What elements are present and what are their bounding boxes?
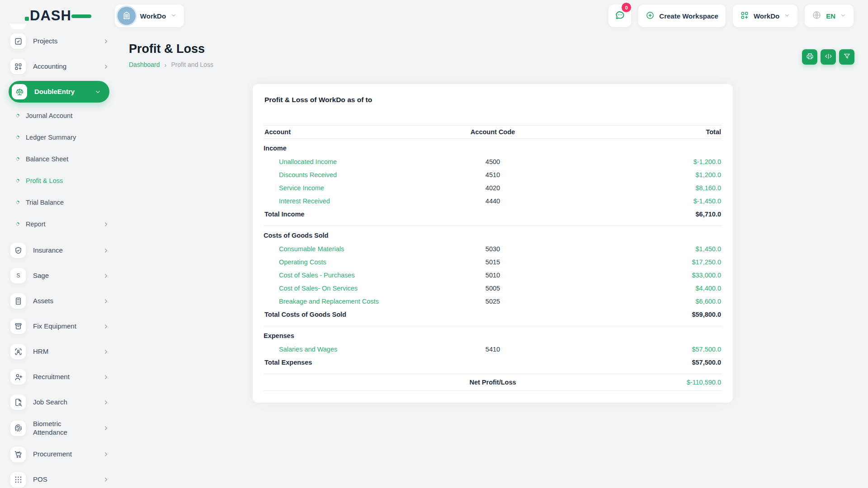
sidebar-item-pos[interactable]: POS [9,472,111,488]
report-table: Account Account Code Total IncomeUnalloc… [264,125,722,391]
account-link[interactable]: Salaries and Wages [264,346,337,353]
chevron-right-icon [103,348,109,355]
chevron-right-icon [103,451,109,458]
sidebar-item-label: Fix Equipment [33,322,76,331]
section-title: Costs of Goods Sold [264,229,722,242]
bullet-icon [15,200,20,205]
account-link[interactable]: Interest Received [264,197,330,205]
logo-bar [71,14,91,18]
sidebar-item-recruitment[interactable]: Recruitment [9,369,111,385]
account-code: 4440 [434,197,552,205]
sidebar-item-sage[interactable]: SSage [9,268,111,283]
sidebar-item-projects[interactable]: Projects [9,33,111,49]
sidebar-item-label: Recruitment [33,373,70,381]
sidebar-subitem-label: Trial Balance [26,199,64,206]
section-title: Income [264,141,722,155]
sidebar-subitem-trial-balance[interactable]: Trial Balance [9,198,111,207]
sidebar-item-insurance[interactable]: Insurance [9,243,111,258]
sidebar-item-assets[interactable]: Assets [9,293,111,309]
user-plus-icon [10,369,26,385]
calculator-icon [10,293,26,309]
section-total-row: Total Income$6,710.0 [264,207,722,221]
account-code: 5005 [434,285,552,292]
account-code: 5025 [434,298,552,305]
chevron-right-icon [103,272,109,279]
breadcrumb-current: Profit and Loss [171,61,213,68]
sidebar-item-label: Insurance [33,246,63,255]
sidebar-subitem-report[interactable]: Report [9,220,111,229]
grid-plus-icon [10,59,26,74]
account-link[interactable]: Breakage and Replacement Costs [264,298,379,305]
account-total: $57,500.0 [552,346,722,353]
account-link[interactable]: Discounts Received [264,171,337,178]
chevron-right-icon [103,63,109,70]
section-divider [264,326,722,326]
sidebar-submenu-double-entry: Journal AccountLedger SummaryBalance She… [9,109,118,243]
account-row: Consumable Materials5030$1,450.0 [264,242,722,255]
checkbox-icon [10,33,26,49]
account-row: Cost of Sales - Purchases5010$33,000.0 [264,268,722,282]
account-link[interactable]: Cost of Sales- On Services [264,285,358,292]
breadcrumb-dashboard-link[interactable]: Dashboard [129,61,160,68]
sidebar-item-job-search[interactable]: Job Search [9,394,111,410]
report-heading: Profit & Loss of WorkDo as of to [264,96,722,104]
account-code: 5410 [434,346,552,353]
sidebar-subitem-balance-sheet[interactable]: Balance Sheet [9,155,111,164]
sidebar-item-biometric-attendance[interactable]: Biometric Attendance [9,420,111,437]
sidebar-item-hrm[interactable]: HRM [9,344,111,359]
account-link[interactable]: Service Income [264,184,324,192]
shield-check-icon [10,243,26,258]
code-split-icon [825,52,832,61]
logo-text: DASH [30,8,71,23]
messages-button[interactable]: 0 [609,5,631,27]
account-link[interactable]: Operating Costs [264,258,326,266]
sidebar-subitem-ledger-summary[interactable]: Ledger Summary [9,133,111,142]
workspace-menu-button[interactable]: WorkDo [733,5,797,27]
sidebar-subitem-profit-loss[interactable]: Profit & Loss [9,176,111,185]
column-account-code: Account Code [434,128,552,136]
create-workspace-button[interactable]: Create Workspace [638,5,726,27]
funnel-icon [843,52,851,61]
columns-button[interactable] [821,49,836,65]
chevron-down-icon [840,12,846,20]
chevron-right-icon [103,374,109,380]
cart-icon [10,447,26,462]
account-total: $17,250.0 [552,258,722,266]
top-header: DASH WorkDo 0 Create Workspace WorkDo [0,0,868,32]
sidebar-item-procurement[interactable]: Procurement [9,447,111,462]
breadcrumb-separator: › [165,61,167,68]
plus-circle-icon [646,11,655,21]
language-menu-button[interactable]: EN [805,5,854,27]
report-card: Profit & Loss of WorkDo as of to Account… [253,84,733,403]
sidebar-nav: ProjectsAccountingDoubleEntryJournal Acc… [9,33,118,488]
sidebar-item-accounting[interactable]: Accounting [9,59,111,74]
account-code: 4510 [434,171,552,178]
document-search-icon [10,394,26,410]
report-toolbar [802,49,854,65]
column-account: Account [264,128,434,136]
report-body: IncomeUnallocated Income4500$-1,200.0Dis… [264,141,722,369]
account-row: Operating Costs5015$17,250.0 [264,255,722,268]
sidebar-item-fix-equipment[interactable]: Fix Equipment [9,319,111,334]
sidebar-item-label: Sage [33,272,49,280]
sidebar-item-double-entry[interactable]: DoubleEntry [9,81,109,103]
print-button[interactable] [802,49,817,65]
main-content: Profit & Loss Dashboard › Profit and Los… [118,32,868,488]
workspace-switcher[interactable]: WorkDo [115,5,184,27]
sidebar-subitem-journal-account[interactable]: Journal Account [9,111,111,120]
account-total: $33,000.0 [552,272,722,279]
header-actions: 0 Create Workspace WorkDo EN [609,5,854,27]
sidebar-subitem-label: Ledger Summary [26,134,76,141]
account-link[interactable]: Cost of Sales - Purchases [264,272,355,279]
bullet-icon [15,221,20,226]
account-row: Cost of Sales- On Services5005$4,400.0 [264,282,722,295]
filter-button[interactable] [839,49,854,65]
account-total: $4,400.0 [552,285,722,292]
account-link[interactable]: Consumable Materials [264,245,344,253]
bullet-icon [15,135,20,140]
app-logo[interactable]: DASH [30,8,71,24]
account-total: $6,600.0 [552,298,722,305]
printer-icon [806,52,814,61]
account-link[interactable]: Unallocated Income [264,158,337,165]
building-icon [122,10,132,22]
